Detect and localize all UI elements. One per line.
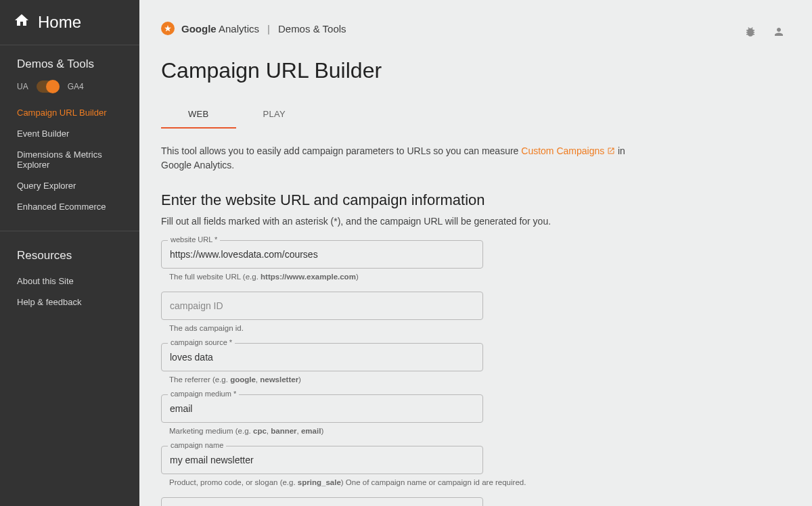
helper-campaign-name: Product, promo code, or slogan (e.g. spr… [169, 478, 632, 486]
ua-ga4-toggle-row: UA GA4 [0, 79, 139, 102]
sidebar-divider [0, 231, 139, 231]
sidebar-item-help[interactable]: Help & feedback [0, 292, 139, 313]
input-website-url[interactable] [161, 240, 483, 269]
sidebar-section-demos: Demos & Tools UA GA4 Campaign URL Builde… [0, 45, 139, 225]
input-campaign-source[interactable] [161, 343, 483, 371]
bug-icon[interactable] [744, 26, 757, 41]
input-campaign-name[interactable] [161, 446, 483, 474]
sidebar-item-campaign-url-builder[interactable]: Campaign URL Builder [0, 102, 139, 123]
label-website-url: website URL * [168, 235, 220, 244]
sidebar-section-resources: Resources About this Site Help & feedbac… [0, 237, 139, 321]
section-title-demos: Demos & Tools [0, 58, 139, 79]
sidebar-item-about[interactable]: About this Site [0, 271, 139, 292]
sidebar-item-query-explorer[interactable]: Query Explorer [0, 175, 139, 196]
home-button[interactable]: Home [0, 0, 139, 45]
brand: Google Analytics | Demos & Tools [161, 22, 346, 35]
label-campaign-source: campaign source * [168, 338, 235, 346]
header-icons [744, 26, 785, 41]
input-campaign-id[interactable] [161, 292, 483, 320]
field-website-url: website URL * [161, 240, 632, 269]
person-icon[interactable] [773, 26, 785, 41]
ua-ga4-toggle[interactable] [37, 80, 60, 93]
helper-website-url: The full website URL (e.g. https://www.e… [169, 273, 632, 281]
brand-icon [161, 22, 175, 35]
tab-web[interactable]: WEB [161, 101, 236, 129]
sidebar: Home Demos & Tools UA GA4 Campaign URL B… [0, 0, 139, 506]
page-title: Campaign URL Builder [139, 46, 812, 89]
helper-campaign-source: The referrer (e.g. google, newsletter) [169, 375, 632, 384]
field-campaign-id [161, 292, 632, 320]
home-icon [14, 12, 30, 32]
main-content: Google Analytics | Demos & Tools Campaig… [139, 0, 812, 506]
label-campaign-name: campaign name [168, 441, 226, 449]
custom-campaigns-link[interactable]: Custom Campaigns [521, 145, 615, 156]
tab-play[interactable]: PLAY [236, 101, 313, 129]
intro-text: This tool allows you to easily add campa… [161, 144, 632, 172]
section-heading: Enter the website URL and campaign infor… [161, 191, 632, 209]
brand-subtitle: Demos & Tools [278, 23, 346, 34]
brand-separator: | [267, 23, 270, 34]
field-campaign-source: campaign source * [161, 343, 632, 371]
field-campaign-name: campaign name [161, 446, 632, 474]
input-campaign-medium[interactable] [161, 394, 483, 423]
helper-campaign-id: The ads campaign id. [169, 324, 632, 332]
brand-text: Google Analytics [181, 23, 259, 34]
external-link-icon [607, 145, 615, 153]
label-campaign-medium: campaign medium * [168, 390, 239, 398]
sidebar-item-event-builder[interactable]: Event Builder [0, 123, 139, 144]
tabs: WEB PLAY [139, 89, 812, 129]
input-campaign-term[interactable] [161, 497, 483, 506]
sidebar-item-enhanced-ecommerce[interactable]: Enhanced Ecommerce [0, 196, 139, 217]
toggle-label-ga4: GA4 [68, 82, 84, 91]
content: This tool allows you to easily add campa… [139, 129, 654, 506]
section-title-resources: Resources [0, 249, 139, 271]
field-campaign-medium: campaign medium * [161, 394, 632, 423]
section-subtext: Fill out all fields marked with an aster… [161, 216, 632, 227]
helper-campaign-medium: Marketing medium (e.g. cpc, banner, emai… [169, 427, 632, 435]
header-bar: Google Analytics | Demos & Tools [139, 16, 812, 46]
field-campaign-term [161, 497, 632, 506]
toggle-label-ua: UA [17, 82, 28, 91]
sidebar-item-dimensions-metrics[interactable]: Dimensions & Metrics Explorer [0, 144, 139, 175]
home-label: Home [38, 13, 81, 32]
